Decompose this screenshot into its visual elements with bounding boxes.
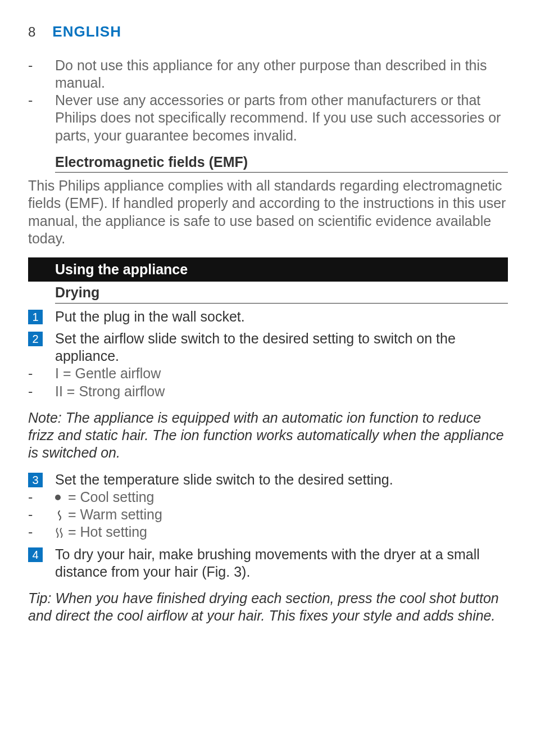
list-item: - Never use any accessories or parts fro… — [28, 92, 508, 144]
section-title-bar: Using the appliance — [28, 257, 508, 282]
step-number-box: 3 — [28, 473, 43, 487]
list-item: - I = Gentle airflow — [28, 365, 508, 382]
list-item: - = Warm setting — [28, 506, 508, 523]
warning-text: Never use any accessories or parts from … — [55, 92, 508, 144]
warning-list: - Do not use this appliance for any othe… — [28, 57, 508, 144]
step-number-box: 4 — [28, 547, 43, 562]
page-header: 8 ENGLISH — [28, 22, 508, 41]
dash-bullet: - — [28, 57, 55, 92]
cool-icon — [55, 489, 64, 505]
step-item: 1 Put the plug in the wall socket. — [28, 308, 508, 325]
airflow-options: - I = Gentle airflow - II = Strong airfl… — [28, 365, 508, 400]
option-text: II = Strong airflow — [55, 383, 508, 400]
step-text: Set the temperature slide switch to the … — [55, 471, 508, 488]
hot-icon — [55, 523, 64, 541]
step-text: Put the plug in the wall socket. — [55, 308, 508, 325]
option-text: = Hot setting — [55, 523, 508, 541]
emf-heading: Electromagnetic fields (EMF) — [55, 153, 508, 173]
list-item: - II = Strong airflow — [28, 383, 508, 400]
page-number: 8 — [28, 24, 35, 40]
list-item: - Do not use this appliance for any othe… — [28, 57, 508, 92]
option-label: = Warm setting — [64, 506, 162, 522]
step-text: To dry your hair, make brushing movement… — [55, 546, 508, 581]
step-item: 4 To dry your hair, make brushing moveme… — [28, 546, 508, 581]
dash-bullet: - — [28, 365, 55, 382]
option-label: = Hot setting — [64, 524, 147, 540]
dash-bullet: - — [28, 383, 55, 400]
drying-subheading: Drying — [55, 284, 508, 303]
step-text: Set the airflow slide switch to the desi… — [55, 330, 508, 365]
list-item: - = Hot setting — [28, 523, 508, 541]
temperature-options: - = Cool setting - = Warm setting - = Ho… — [28, 488, 508, 541]
warm-icon — [55, 506, 64, 523]
language-label: ENGLISH — [52, 22, 121, 41]
dash-bullet: - — [28, 488, 55, 506]
ion-note: Note: The appliance is equipped with an … — [28, 409, 508, 462]
step-number-box: 1 — [28, 310, 43, 324]
emf-body: This Philips appliance complies with all… — [28, 177, 508, 247]
step-item: 3 Set the temperature slide switch to th… — [28, 471, 508, 488]
dash-bullet: - — [28, 92, 55, 144]
dash-bullet: - — [28, 523, 55, 541]
option-text: I = Gentle airflow — [55, 365, 508, 382]
list-item: - = Cool setting — [28, 488, 508, 506]
option-text: = Warm setting — [55, 506, 508, 523]
warning-text: Do not use this appliance for any other … — [55, 57, 508, 92]
option-label: = Cool setting — [64, 489, 155, 505]
cool-shot-tip: Tip: When you have finished drying each … — [28, 590, 508, 625]
dash-bullet: - — [28, 506, 55, 523]
step-number-box: 2 — [28, 332, 43, 346]
step-item: 2 Set the airflow slide switch to the de… — [28, 330, 508, 365]
option-text: = Cool setting — [55, 488, 508, 506]
